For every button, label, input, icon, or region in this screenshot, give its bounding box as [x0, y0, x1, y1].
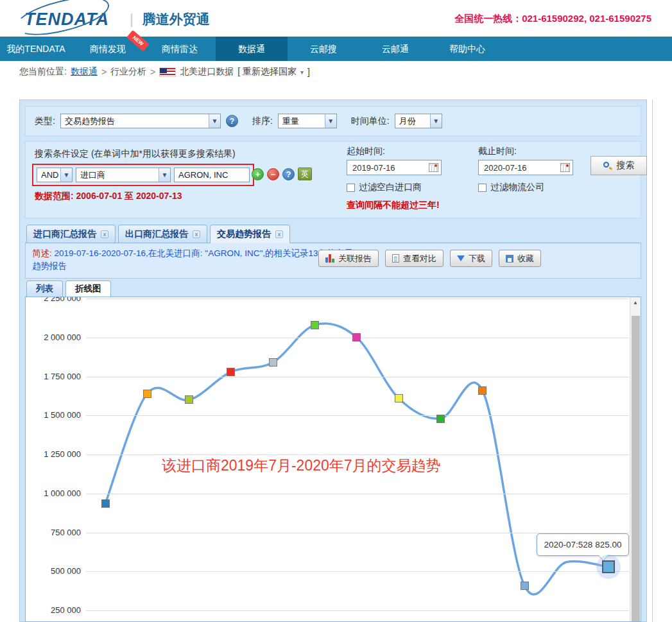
logo-divider: | — [130, 11, 134, 28]
data-point-2019-09[interactable] — [185, 395, 193, 404]
line-chart-plot-area: 该进口商2019年7月-2020年7月的交易趋势 2020-07:528 825… — [26, 297, 630, 622]
report-type-value: 交易趋势报告 — [61, 116, 119, 127]
search-conditions-section: 搜索条件设定 (在单词中加*用以获得更多搜索结果) AND ▼ 进口商 ▼ AG… — [25, 141, 641, 218]
close-icon[interactable]: x — [193, 230, 200, 238]
add-condition-button[interactable]: + — [252, 168, 264, 180]
chevron-down-icon[interactable]: ▼ — [159, 168, 170, 182]
y-gridline — [86, 494, 629, 494]
chevron-down-icon[interactable]: ▾ — [300, 69, 304, 76]
breadcrumb-link-data-center[interactable]: 数据通 — [71, 66, 98, 78]
nav-item-help-center[interactable]: 帮助中心 — [431, 37, 503, 61]
end-time-group: 截止时间: 2020-07-16 — [478, 146, 573, 175]
keyword-input[interactable]: AGRON, INC — [174, 168, 250, 182]
breadcrumb: 您当前位置: 数据通 > 行业分析 > 北美进口数据 [ 重新选择国家 ▾ ] — [19, 66, 310, 78]
data-point-2019-11[interactable] — [269, 358, 277, 367]
save-disk-icon — [506, 255, 513, 263]
search-icon — [603, 162, 612, 170]
calendar-dot — [435, 164, 437, 167]
search-icon-circle — [603, 162, 609, 168]
data-point-2020-03[interactable] — [436, 415, 445, 423]
download-arrow-icon — [457, 255, 465, 261]
calendar-icon[interactable] — [560, 163, 570, 172]
y-axis-tick-label: 1 000 000 — [30, 488, 81, 498]
search-conditions-title: 搜索条件设定 (在单词中加*用以获得更多搜索结果) — [35, 148, 236, 160]
sort-value: 重量 — [279, 116, 303, 127]
nav-item-cloud-mail[interactable]: 云邮通 — [359, 37, 431, 61]
datapoint-tooltip: 2020-07:528 825.00 — [537, 533, 629, 556]
scrollbar-thumb[interactable] — [632, 316, 640, 622]
nav-item-data-center[interactable]: 数据通 — [216, 37, 288, 61]
tab-label: 交易趋势报告 — [217, 229, 271, 240]
tab-trade-trend[interactable]: 交易趋势报告 x — [210, 225, 290, 243]
nav-item-my-tendata[interactable]: 我的TENDATA — [0, 37, 72, 61]
breadcrumb-industry-analysis[interactable]: 行业分析 — [110, 66, 146, 78]
chevron-down-icon[interactable]: ▼ — [60, 168, 72, 182]
tab-exporter-summary[interactable]: 出口商汇总报告 x — [118, 225, 207, 243]
trend-chart: 该进口商2019年7月-2020年7月的交易趋势 2020-07:528 825… — [25, 297, 641, 622]
nav-item-discovery-label: 商情发现 — [90, 44, 126, 54]
data-point-2019-07[interactable] — [101, 499, 110, 508]
search-button[interactable]: 搜索 — [590, 156, 647, 175]
start-date-input[interactable]: 2019-07-16 — [347, 160, 442, 175]
download-button[interactable]: 下载 — [450, 250, 492, 267]
nav-item-discovery[interactable]: 商情发现 NEW — [72, 37, 144, 61]
nav-item-cloud-mail-search[interactable]: 云邮搜 — [288, 37, 359, 61]
chevron-down-icon[interactable]: ▼ — [430, 114, 442, 128]
chart-scrollbar[interactable]: ▲ — [630, 297, 641, 622]
data-point-2020-02[interactable] — [395, 394, 403, 402]
time-unit-select[interactable]: 月份 ▼ — [395, 114, 442, 128]
close-icon[interactable]: x — [101, 230, 108, 238]
end-date-input[interactable]: 2020-07-16 — [478, 160, 573, 175]
scrollbar-up-arrow-icon[interactable]: ▲ — [630, 297, 641, 308]
data-point-2020-01[interactable] — [352, 333, 361, 341]
tab-list-view[interactable]: 列表 — [26, 281, 63, 297]
data-point-2019-12[interactable] — [311, 321, 319, 329]
breadcrumb-prefix: 您当前位置: — [19, 66, 67, 78]
type-label: 类型: — [35, 116, 55, 127]
boolean-operator-select[interactable]: AND ▼ — [37, 168, 73, 182]
remove-condition-button[interactable]: − — [267, 168, 279, 180]
summary-bar: 简述: 2019-07-16-2020-07-16,在北美进口商: "AGRON… — [25, 243, 641, 279]
sort-select[interactable]: 重量 ▼ — [278, 114, 337, 128]
tendata-logo-text: TENDATA — [18, 10, 116, 30]
related-reports-button[interactable]: 关联报告 — [318, 250, 379, 267]
interval-warning-text: 查询间隔不能超过三年! — [347, 200, 440, 211]
data-point-2020-07[interactable] — [602, 560, 615, 573]
y-gridline — [86, 571, 629, 572]
favorite-button[interactable]: 收藏 — [499, 250, 541, 267]
y-gridline — [86, 298, 629, 299]
y-gridline — [86, 533, 629, 533]
condition-buttons: + − ? 英 — [252, 168, 312, 180]
nav-item-radar[interactable]: 商情雷达 — [144, 37, 216, 61]
close-icon[interactable]: x — [275, 230, 283, 238]
data-point-2020-04[interactable] — [478, 386, 487, 395]
report-toolbar: 关联报告 查看对比 下载 收藏 — [318, 250, 541, 267]
summary-label: 简述: — [32, 248, 55, 258]
data-point-2020-05[interactable] — [521, 582, 529, 590]
chevron-down-icon[interactable]: ▼ — [209, 114, 220, 128]
related-reports-label: 关联报告 — [338, 253, 372, 264]
data-point-2019-08[interactable] — [143, 390, 151, 398]
y-axis-tick-label: 2 000 000 — [30, 333, 81, 342]
y-axis-tick-label: 2 250 000 — [30, 297, 81, 303]
y-axis-tick-label: 250 000 — [30, 605, 81, 615]
report-type-select[interactable]: 交易趋势报告 ▼ — [60, 114, 221, 128]
tab-line-chart-view[interactable]: 折线图 — [65, 281, 111, 297]
chevron-down-icon[interactable]: ▼ — [325, 114, 336, 128]
language-toggle-button[interactable]: 英 — [298, 168, 312, 180]
view-compare-button[interactable]: 查看对比 — [385, 250, 444, 267]
main-panel: 类型: 交易趋势报告 ▼ ? 排序: 重量 ▼ 时间单位: 月份 ▼ 搜索条件设… — [19, 99, 647, 622]
search-field-select[interactable]: 进口商 ▼ — [76, 168, 171, 182]
hotline-text: 全国统一热线：021-61590292, 021-61590275 — [454, 13, 651, 25]
filter-logistics-checkbox[interactable] — [478, 184, 487, 192]
reselect-country-link[interactable]: [ 重新选择国家 — [237, 66, 297, 78]
help-icon[interactable]: ? — [282, 168, 295, 180]
tab-importer-summary[interactable]: 进口商汇总报告 x — [26, 225, 116, 243]
download-label: 下载 — [469, 253, 485, 264]
filter-blank-importer-checkbox[interactable] — [347, 184, 355, 192]
data-point-2019-10[interactable] — [227, 368, 235, 376]
calendar-icon[interactable] — [429, 163, 438, 172]
summary-description: 2019-07-16-2020-07-16,在北美进口商: "AGRON, IN… — [32, 248, 352, 271]
help-icon[interactable]: ? — [226, 115, 238, 127]
filter-blank-importer-option: 过滤空白进口商 — [347, 182, 422, 193]
